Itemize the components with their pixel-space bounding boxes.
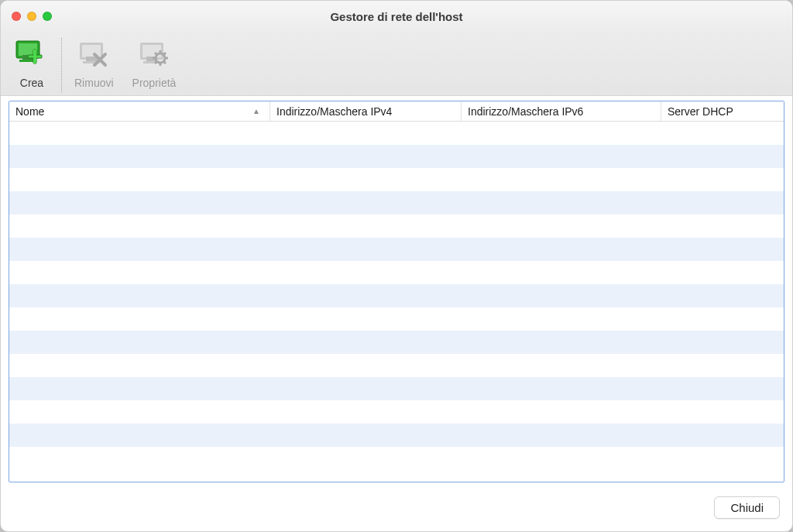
column-header-name[interactable]: Nome ▲ — [9, 101, 270, 121]
window-title: Gestore di rete dell'host — [1, 10, 792, 23]
toolbar: Crea Rimuovi — [1, 32, 792, 96]
remove-button-label: Rimuovi — [74, 77, 114, 89]
table-row[interactable] — [9, 238, 784, 261]
svg-rect-14 — [142, 45, 161, 57]
svg-line-23 — [163, 53, 166, 55]
column-header-ipv4[interactable]: Indirizzo/Maschera IPv4 — [270, 101, 462, 121]
remove-button: Rimuovi — [65, 35, 123, 92]
sort-ascending-icon: ▲ — [252, 107, 260, 115]
table-row[interactable] — [9, 424, 784, 447]
svg-line-22 — [155, 53, 157, 55]
create-network-icon — [15, 38, 49, 72]
properties-button-label: Proprietà — [132, 77, 177, 89]
remove-network-icon — [77, 38, 111, 72]
column-header-dhcp[interactable]: Server DHCP — [661, 101, 784, 121]
content-area: Nome ▲ Indirizzo/Maschera IPv4 Indirizzo… — [1, 96, 792, 484]
toolbar-separator — [61, 38, 62, 92]
table-row[interactable] — [9, 354, 784, 377]
column-header-ipv4-label: Indirizzo/Maschera IPv4 — [276, 105, 392, 118]
table-row[interactable] — [9, 377, 784, 400]
table-row[interactable] — [9, 331, 784, 354]
column-header-name-label: Nome — [15, 105, 44, 118]
table-row[interactable] — [9, 215, 784, 238]
table-row[interactable] — [9, 145, 784, 168]
table-header: Nome ▲ Indirizzo/Maschera IPv4 Indirizzo… — [9, 101, 784, 122]
titlebar[interactable]: Gestore di rete dell'host — [1, 1, 792, 32]
create-button-label: Crea — [20, 77, 43, 89]
network-table[interactable]: Nome ▲ Indirizzo/Maschera IPv4 Indirizzo… — [9, 101, 784, 482]
svg-line-24 — [155, 62, 157, 64]
svg-rect-9 — [86, 57, 97, 61]
table-row[interactable] — [9, 191, 784, 215]
dialog-window: Gestore di rete dell'host Crea — [0, 0, 793, 532]
table-row[interactable] — [9, 168, 784, 191]
table-row[interactable] — [9, 284, 784, 307]
table-row[interactable] — [9, 400, 784, 424]
table-row[interactable] — [9, 122, 784, 145]
properties-button: Proprietà — [123, 35, 186, 92]
column-header-ipv6-label: Indirizzo/Maschera IPv6 — [468, 105, 583, 118]
svg-rect-6 — [33, 50, 36, 63]
table-row[interactable] — [9, 307, 784, 331]
dialog-footer: Chiudi — [1, 484, 792, 531]
column-header-ipv6[interactable]: Indirizzo/Maschera IPv6 — [462, 101, 661, 121]
svg-line-25 — [163, 62, 166, 64]
table-body — [9, 122, 784, 482]
column-header-dhcp-label: Server DHCP — [668, 105, 733, 118]
create-button[interactable]: Crea — [5, 35, 58, 92]
table-row[interactable] — [9, 261, 784, 284]
close-button[interactable]: Chiudi — [714, 496, 780, 519]
properties-network-icon — [137, 38, 171, 72]
